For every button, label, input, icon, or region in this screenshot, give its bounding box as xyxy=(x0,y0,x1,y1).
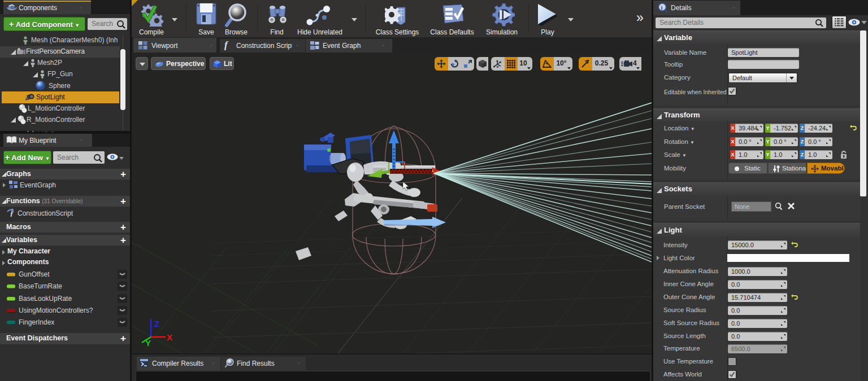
svg-text:i: i xyxy=(661,4,663,11)
svg-text:Y: Y xyxy=(145,338,151,348)
svg-text:X: X xyxy=(167,332,172,342)
svg-text:f: f xyxy=(10,209,14,217)
svg-text:Z: Z xyxy=(154,319,159,329)
